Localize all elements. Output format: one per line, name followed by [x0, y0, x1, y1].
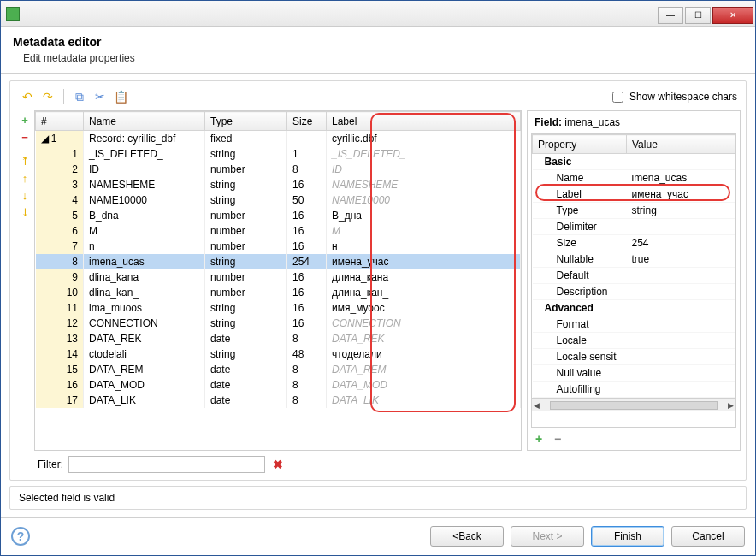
prop-remove-button[interactable]: − — [550, 431, 565, 447]
fields-table[interactable]: # Name Type Size Label ◢ 1Record: cyrill… — [34, 110, 522, 451]
move-up-button[interactable]: ↑ — [17, 170, 32, 186]
col-header-idx[interactable]: # — [36, 112, 84, 131]
status-bar: Selected field is valid — [9, 486, 747, 510]
status-text: Selected field is valid — [19, 492, 737, 504]
back-button[interactable]: < Back — [430, 526, 504, 547]
col-header-type[interactable]: Type — [205, 112, 287, 131]
col-header-name[interactable]: Name — [84, 112, 205, 131]
filter-label: Filter: — [38, 458, 63, 470]
table-row[interactable]: 5B_dnanumber16В_дна — [36, 208, 521, 223]
page-subtitle: Edit metadata properties — [23, 52, 743, 64]
table-row[interactable]: 13DATA_REKdate8DATA_REK — [36, 331, 521, 346]
property-table[interactable]: Property Value BasicNameimena_ucasLabelи… — [531, 133, 736, 428]
table-row[interactable]: 16DATA_MODdate8DATA_MOD — [36, 377, 521, 393]
property-row[interactable]: Autofilling — [533, 382, 735, 398]
table-row[interactable]: 2IDnumber8ID — [36, 162, 521, 177]
table-row[interactable]: 3NAMESHEMEstring16NAMESHEME — [36, 177, 521, 192]
help-button[interactable]: ? — [11, 527, 30, 546]
finish-button[interactable]: Finish — [591, 526, 664, 547]
cut-button[interactable]: ✂ — [92, 88, 109, 105]
header: Metadata editor Edit metadata properties — [1, 27, 755, 74]
table-row[interactable]: 1_IS_DELETED_string1_IS_DELETED_ — [36, 146, 521, 162]
table-row[interactable]: 17DATA_LIKdate8DATA_LIK — [36, 393, 521, 408]
page-title: Metadata editor — [13, 35, 743, 49]
next-button: Next > — [511, 526, 584, 547]
copy-button[interactable]: ⧉ — [71, 88, 88, 105]
col-header-property[interactable]: Property — [533, 135, 627, 154]
field-detail-title: Field: imena_ucas — [531, 115, 736, 133]
table-row[interactable]: 9dlina_kananumber16длина_кана — [36, 269, 521, 285]
add-button[interactable]: + — [17, 112, 32, 127]
prop-add-button[interactable]: + — [531, 431, 546, 447]
property-row[interactable]: Size254 — [533, 235, 735, 251]
table-row[interactable]: 12CONNECTIONstring16CONNECTION — [36, 316, 521, 331]
property-row[interactable]: Locale — [533, 333, 735, 349]
property-row[interactable]: Locale sensit — [533, 349, 735, 365]
table-row[interactable]: 15DATA_REMdate8DATA_REM — [36, 362, 521, 377]
property-group: Advanced — [533, 300, 735, 316]
redo-button[interactable]: ↷ — [39, 88, 56, 105]
table-row[interactable]: ◢ 1Record: cyrillic_dbffixedcyrillic.dbf — [36, 131, 521, 147]
paste-button[interactable]: 📋 — [112, 88, 129, 105]
filter-input[interactable] — [68, 456, 265, 473]
property-row[interactable]: Delimiter — [533, 219, 735, 235]
undo-button[interactable]: ↶ — [19, 88, 36, 105]
property-row[interactable]: Nullabletrue — [533, 251, 735, 268]
col-header-size[interactable]: Size — [287, 112, 327, 131]
minimize-button[interactable]: — — [658, 7, 683, 24]
move-top-button[interactable]: ⤒ — [17, 153, 32, 169]
remove-button[interactable]: − — [17, 129, 32, 145]
table-row[interactable]: 11ima_muoosstring16имя_муоос — [36, 300, 521, 316]
property-row[interactable]: Nameimena_ucas — [533, 170, 735, 186]
app-icon — [6, 7, 20, 21]
property-group: Basic — [533, 154, 735, 170]
property-row[interactable]: Labelимена_учас — [533, 186, 735, 203]
table-row[interactable]: 10dlina_kan_number16длина_кан_ — [36, 285, 521, 300]
move-bottom-button[interactable]: ⤓ — [17, 204, 32, 220]
property-row[interactable]: Format — [533, 316, 735, 333]
table-row[interactable]: 4NAME10000string50NAME10000 — [36, 192, 521, 208]
table-row[interactable]: 7nnumber16н — [36, 239, 521, 254]
property-row[interactable]: Default — [533, 268, 735, 284]
titlebar: — ☐ ✕ — [1, 1, 755, 27]
property-row[interactable]: Typestring — [533, 203, 735, 219]
cancel-button[interactable]: Cancel — [671, 526, 745, 547]
show-whitespace-input[interactable] — [612, 92, 623, 103]
property-row[interactable]: Null value — [533, 365, 735, 382]
col-header-label[interactable]: Label — [327, 112, 521, 131]
col-header-value[interactable]: Value — [627, 135, 735, 154]
table-row[interactable]: 8imena_ucasstring254имена_учас — [36, 254, 521, 269]
show-whitespace-checkbox[interactable]: Show whitespace chars — [609, 89, 737, 105]
scrollbar-horizontal[interactable]: ◀▶ — [532, 398, 735, 411]
close-button[interactable]: ✕ — [712, 7, 753, 24]
maximize-button[interactable]: ☐ — [685, 7, 711, 24]
move-down-button[interactable]: ↓ — [17, 187, 32, 203]
table-row[interactable]: 6Mnumber16М — [36, 223, 521, 239]
table-row[interactable]: 14ctodelalistring48чтоделали — [36, 346, 521, 362]
clear-filter-button[interactable]: ✖ — [270, 458, 286, 471]
window: — ☐ ✕ Metadata editor Edit metadata prop… — [0, 0, 756, 556]
property-row[interactable]: Description — [533, 284, 735, 300]
